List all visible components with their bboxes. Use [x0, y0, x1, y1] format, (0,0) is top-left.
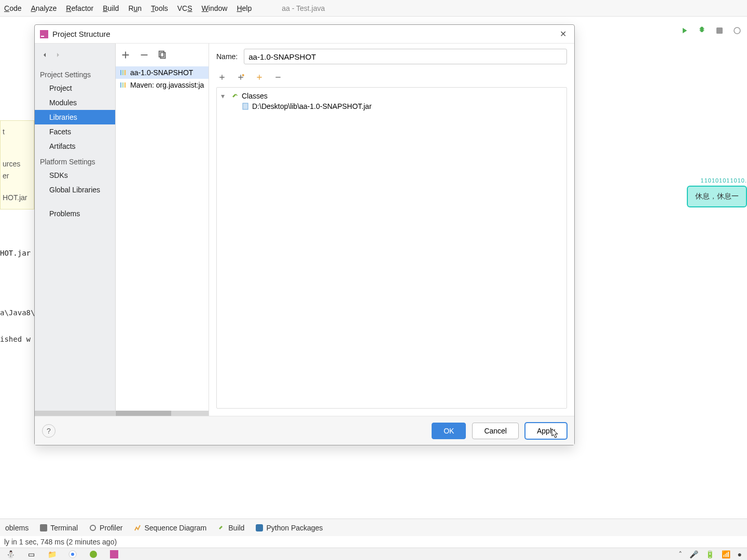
menu-analyze[interactable]: Analyze [31, 4, 57, 12]
menu-run[interactable]: Run [128, 4, 142, 12]
dialog-title: Project Structure [52, 30, 557, 38]
tool-terminal[interactable]: Terminal [40, 524, 78, 532]
tray-status-icon[interactable]: ● [738, 550, 742, 558]
nav-global-libraries[interactable]: Global Libraries [35, 183, 115, 197]
nav-libraries[interactable]: Libraries [35, 110, 115, 124]
tray-mic-icon[interactable]: 🎤 [689, 550, 698, 558]
nav-scrollbar[interactable] [35, 411, 115, 416]
svg-point-13 [242, 74, 244, 76]
ok-button[interactable]: OK [432, 423, 466, 439]
status-text: ly in 1 sec, 748 ms (2 minutes ago) [4, 538, 117, 546]
close-icon[interactable]: ✕ [557, 29, 569, 39]
add-root-button[interactable] [216, 72, 228, 83]
add-folder-button[interactable] [235, 72, 246, 83]
taskbar-intellij-icon[interactable] [104, 548, 125, 561]
library-list[interactable]: aa-1.0-SNAPSHOT Maven: org.javassist:ja [116, 66, 209, 411]
library-roots-tree[interactable]: ▾ Classes D:\Desktop\lib\aa-1.0-SNAPSHOT… [216, 87, 567, 409]
menu-tools[interactable]: Tools [151, 4, 168, 12]
tool-build[interactable]: Build [218, 524, 244, 532]
svg-point-20 [71, 553, 74, 556]
tool-problems[interactable]: oblems [5, 524, 29, 532]
menu-code[interactable]: Code [4, 4, 21, 12]
cancel-button[interactable]: Cancel [472, 423, 519, 439]
remove-library-button[interactable] [139, 49, 150, 61]
tree-jar-path: D:\Desktop\lib\aa-1.0-SNAPSHOT.jar [252, 102, 371, 110]
add-library-button[interactable] [120, 49, 131, 61]
library-icon [120, 69, 127, 76]
menu-refactor[interactable]: Refactor [66, 4, 93, 12]
copy-library-button[interactable] [157, 49, 169, 61]
tray-battery-icon[interactable]: 🔋 [706, 550, 714, 558]
tray-wifi-icon[interactable]: 📶 [722, 550, 730, 558]
tree-classes-label: Classes [242, 92, 268, 100]
svg-rect-0 [716, 27, 723, 34]
editor-tab-title: aa - Test.java [282, 4, 325, 12]
tree-classes-node[interactable]: ▾ Classes [217, 91, 566, 101]
tree-jar-entry[interactable]: D:\Desktop\lib\aa-1.0-SNAPSHOT.jar [217, 101, 566, 111]
hint-bits: 110101011010. [701, 177, 747, 184]
nav-sdks[interactable]: SDKs [35, 168, 115, 183]
taskbar-wechat-icon[interactable] [83, 548, 104, 561]
menu-help[interactable]: Help [237, 4, 252, 12]
nav-facets[interactable]: Facets [35, 124, 115, 139]
svg-rect-14 [275, 77, 280, 77]
jar-file-icon [242, 103, 249, 110]
taskbar-chrome-icon[interactable] [62, 548, 83, 561]
nav-modules[interactable]: Modules [35, 95, 115, 110]
remove-root-button[interactable] [272, 72, 284, 83]
lib-toolbar [116, 44, 209, 66]
library-row-label: aa-1.0-SNAPSHOT [130, 68, 193, 77]
svg-rect-15 [243, 103, 248, 109]
menu-vcs[interactable]: VCS [177, 4, 192, 12]
menubar: Code Analyze Refactor Build Run Tools VC… [0, 0, 747, 17]
svg-rect-6 [159, 51, 164, 57]
rest-reminder-bubble[interactable]: 休息，休息一 [687, 186, 747, 207]
help-button[interactable]: ? [42, 424, 56, 438]
system-tray[interactable]: ˄ 🎤 🔋 📶 ● [679, 550, 747, 558]
svg-rect-4 [141, 54, 148, 55]
svg-point-17 [90, 525, 95, 530]
run-play-icon[interactable] [680, 26, 689, 37]
dialog-titlebar[interactable]: Project Structure ✕ [35, 25, 574, 44]
tool-python-packages[interactable]: Python Packages [256, 524, 323, 532]
menu-build[interactable]: Build [103, 4, 119, 12]
section-project-settings: Project Settings [35, 66, 115, 81]
taskbar-explorer-icon[interactable]: 📁 [42, 548, 62, 561]
debug-bug-icon[interactable] [697, 26, 707, 37]
taskbar-weather-icon[interactable]: ⛄ [0, 548, 21, 561]
nav-problems[interactable]: Problems [35, 206, 115, 221]
tool-sequence-diagram[interactable]: Sequence Diagram [134, 524, 206, 532]
library-name-input[interactable] [244, 49, 567, 64]
expand-toggle-icon[interactable]: ▾ [221, 92, 228, 100]
classes-icon [231, 92, 239, 100]
tray-expand-icon[interactable]: ˄ [679, 550, 682, 558]
nav-project[interactable]: Project [35, 81, 115, 95]
dialog-footer: ? OK Cancel Apply [35, 416, 574, 445]
coverage-icon[interactable] [715, 26, 724, 37]
intellij-icon [40, 30, 48, 38]
library-list-column: aa-1.0-SNAPSHOT Maven: org.javassist:ja [116, 44, 209, 416]
detail-toolbar [209, 69, 574, 85]
svg-rect-16 [40, 524, 47, 531]
add-url-button[interactable] [254, 72, 265, 83]
bg-code-2: ished w [0, 335, 31, 343]
os-taskbar: ⛄ ▭ 📁 ˄ 🎤 🔋 📶 ● [0, 548, 747, 560]
library-icon [120, 81, 127, 89]
apply-button[interactable]: Apply [525, 423, 567, 439]
svg-point-1 [734, 27, 740, 34]
svg-rect-12 [125, 82, 126, 88]
nav-artifacts[interactable]: Artifacts [35, 139, 115, 153]
menu-window[interactable]: Window [202, 4, 228, 12]
svg-point-21 [90, 551, 97, 558]
svg-rect-2 [40, 30, 48, 38]
lib-horizontal-scrollbar[interactable] [116, 411, 209, 416]
profiler-icon[interactable] [732, 26, 742, 37]
tool-profiler[interactable]: Profiler [89, 524, 122, 532]
nav-back-button[interactable] [38, 48, 51, 62]
nav-forward-button[interactable] [51, 48, 65, 62]
svg-rect-18 [256, 524, 263, 531]
library-row-aa[interactable]: aa-1.0-SNAPSHOT [116, 66, 209, 79]
status-bar: ly in 1 sec, 748 ms (2 minutes ago) [0, 536, 747, 548]
library-row-javassist[interactable]: Maven: org.javassist:ja [116, 79, 209, 91]
taskbar-taskview-icon[interactable]: ▭ [21, 548, 42, 561]
